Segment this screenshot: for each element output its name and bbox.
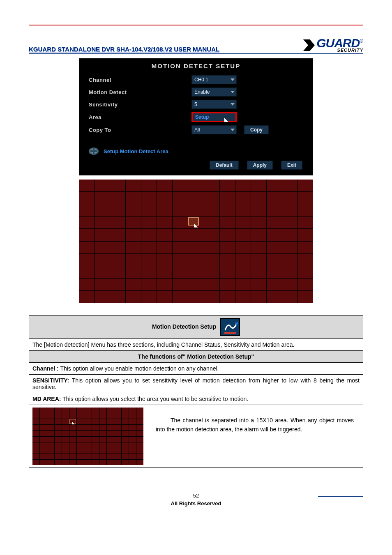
sensitivity-select[interactable]: 5 (191, 100, 237, 109)
grid-cell[interactable] (157, 204, 172, 216)
grid-cell[interactable] (126, 254, 141, 266)
grid-cell[interactable] (267, 204, 282, 216)
grid-cell[interactable]: ◣ (188, 216, 203, 228)
grid-cell[interactable] (79, 229, 94, 241)
grid-cell[interactable] (188, 180, 203, 191)
grid-cell[interactable] (79, 254, 94, 266)
grid-cell[interactable] (267, 242, 282, 253)
grid-cell[interactable] (188, 254, 203, 266)
grid-cell[interactable] (79, 180, 94, 191)
grid-cell[interactable] (126, 216, 141, 228)
grid-cell[interactable] (282, 216, 297, 228)
grid-cell[interactable] (251, 180, 266, 191)
grid-cell[interactable] (173, 291, 188, 303)
grid-cell[interactable] (220, 291, 235, 303)
grid-cell[interactable] (235, 192, 251, 204)
grid-cell[interactable] (298, 279, 313, 290)
grid-cell[interactable] (188, 229, 203, 241)
area-setup-button[interactable]: Setup ◣ (191, 112, 237, 122)
grid-cell[interactable] (95, 180, 110, 191)
grid-cell[interactable] (298, 291, 313, 303)
grid-cell[interactable] (188, 204, 203, 216)
grid-cell[interactable] (141, 192, 157, 204)
grid-cell[interactable] (204, 254, 219, 266)
grid-cell[interactable] (79, 192, 94, 204)
grid-cell[interactable] (267, 254, 282, 266)
grid-cell[interactable] (126, 204, 141, 216)
copy-to-select[interactable]: All (191, 125, 237, 134)
grid-cell[interactable] (157, 291, 172, 303)
grid-cell[interactable] (235, 242, 251, 253)
grid-cell[interactable] (141, 279, 157, 290)
grid-cell[interactable] (79, 279, 94, 290)
grid-cell[interactable] (173, 216, 188, 228)
grid-cell[interactable] (204, 180, 219, 191)
default-button[interactable]: Default (210, 161, 239, 170)
grid-cell[interactable] (188, 279, 203, 290)
grid-cell[interactable] (267, 279, 282, 290)
grid-cell[interactable] (188, 291, 203, 303)
grid-cell[interactable] (126, 266, 141, 278)
grid-cell[interactable] (79, 266, 94, 278)
grid-cell[interactable] (298, 254, 313, 266)
grid-cell[interactable] (267, 216, 282, 228)
grid-cell[interactable] (282, 266, 297, 278)
grid-cell[interactable] (220, 254, 235, 266)
grid-cell[interactable] (282, 291, 297, 303)
grid-cell[interactable] (110, 216, 125, 228)
grid-cell[interactable] (110, 192, 125, 204)
grid-cell[interactable] (251, 291, 266, 303)
grid-cell[interactable] (95, 266, 110, 278)
grid-cell[interactable] (126, 291, 141, 303)
grid-cell[interactable] (220, 204, 235, 216)
grid-cell[interactable] (95, 204, 110, 216)
grid-cell[interactable] (298, 229, 313, 241)
grid-cell[interactable] (204, 229, 219, 241)
grid-cell[interactable] (79, 216, 94, 228)
grid-cell[interactable] (141, 216, 157, 228)
grid-cell[interactable] (126, 180, 141, 191)
motion-detect-select[interactable]: Enable (191, 88, 237, 97)
grid-cell[interactable] (157, 242, 172, 253)
grid-cell[interactable] (95, 242, 110, 253)
grid-cell[interactable] (204, 291, 219, 303)
grid-cell[interactable] (220, 266, 235, 278)
grid-cell[interactable] (79, 242, 94, 253)
grid-cell[interactable] (282, 229, 297, 241)
grid-cell[interactable] (157, 192, 172, 204)
grid-cell[interactable] (110, 242, 125, 253)
grid-cell[interactable] (220, 242, 235, 253)
grid-cell[interactable] (204, 192, 219, 204)
grid-cell[interactable] (298, 180, 313, 191)
grid-cell[interactable] (251, 266, 266, 278)
grid-cell[interactable] (173, 192, 188, 204)
grid-cell[interactable] (220, 180, 235, 191)
grid-cell[interactable] (267, 192, 282, 204)
grid-cell[interactable] (110, 291, 125, 303)
grid-cell[interactable] (95, 279, 110, 290)
grid-cell[interactable] (204, 216, 219, 228)
grid-cell[interactable] (251, 242, 266, 253)
grid-cell[interactable] (220, 229, 235, 241)
grid-cell[interactable] (188, 266, 203, 278)
grid-cell[interactable] (126, 192, 141, 204)
grid-cell[interactable] (141, 204, 157, 216)
grid-cell[interactable] (188, 242, 203, 253)
grid-cell[interactable] (141, 180, 157, 191)
grid-cell[interactable] (110, 254, 125, 266)
grid-cell[interactable] (204, 279, 219, 290)
grid-cell[interactable] (141, 242, 157, 253)
grid-cell[interactable] (157, 279, 172, 290)
grid-cell[interactable] (235, 279, 251, 290)
grid-cell[interactable] (204, 204, 219, 216)
grid-cell[interactable] (251, 204, 266, 216)
grid-cell[interactable] (173, 229, 188, 241)
grid-cell[interactable] (282, 180, 297, 191)
grid-cell[interactable] (251, 254, 266, 266)
grid-cell[interactable] (110, 229, 125, 241)
grid-cell[interactable] (298, 242, 313, 253)
grid-cell[interactable] (220, 192, 235, 204)
grid-cell[interactable] (79, 291, 94, 303)
grid-cell[interactable] (235, 216, 251, 228)
motion-area-grid-large[interactable]: ◣ (79, 180, 313, 303)
